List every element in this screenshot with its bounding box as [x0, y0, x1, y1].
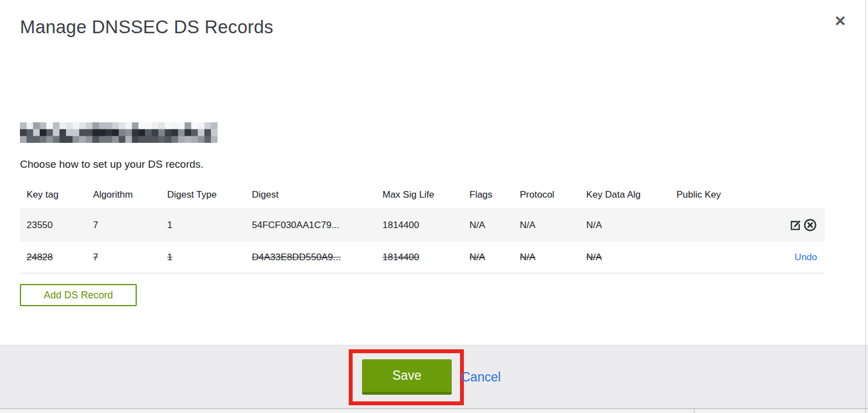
cell-key-tag: 24828 [27, 252, 53, 262]
table-row: 23550 7 1 54FCF030AA1C79... 1814400 N/A … [20, 208, 825, 242]
col-public-key: Public Key [670, 183, 731, 208]
col-digest: Digest [245, 183, 376, 208]
cell-protocol: N/A [520, 252, 535, 262]
col-key-tag: Key tag [20, 183, 86, 208]
col-actions [731, 183, 825, 208]
cell-key-tag: 23550 [27, 220, 53, 230]
cell-flags: N/A [469, 220, 485, 230]
col-protocol: Protocol [513, 183, 580, 208]
cell-digest-type: 1 [167, 252, 172, 262]
col-digest-type: Digest Type [161, 183, 245, 208]
cell-algorithm: 7 [93, 220, 98, 230]
page-title: Manage DNSSEC DS Records [20, 17, 273, 38]
cell-protocol: N/A [520, 220, 535, 230]
modal-right-edge [865, 0, 866, 413]
cell-max-sig-life: 1814400 [383, 252, 419, 262]
col-algorithm: Algorithm [86, 183, 161, 208]
cell-digest: 54FCF030AA1C79... [252, 220, 339, 230]
delete-icon[interactable] [803, 218, 817, 232]
page-below-modal [0, 409, 868, 413]
cell-key-data-alg: N/A [586, 220, 602, 230]
close-icon[interactable]: ✕ [829, 10, 851, 32]
cell-digest: D4A33E8DD550A9... [252, 252, 341, 262]
col-max-sig-life: Max Sig Life [376, 183, 463, 208]
cell-flags: N/A [469, 252, 485, 262]
cell-digest-type: 1 [167, 220, 172, 230]
table-header-row: Key tag Algorithm Digest Type Digest Max… [20, 183, 825, 208]
instruction-text: Choose how to set up your DS records. [20, 158, 204, 171]
undo-link[interactable]: Undo [794, 252, 817, 262]
save-button[interactable]: Save [362, 359, 452, 395]
add-ds-record-button[interactable]: Add DS Record [20, 284, 137, 306]
table-row: 24828 7 1 D4A33E8DD550A9... 1814400 N/A … [20, 242, 825, 273]
ds-records-table: Key tag Algorithm Digest Type Digest Max… [20, 183, 825, 273]
col-flags: Flags [463, 183, 513, 208]
cell-max-sig-life: 1814400 [383, 220, 419, 230]
cell-algorithm: 7 [93, 252, 98, 262]
page-below-divider [694, 409, 695, 413]
cell-key-data-alg: N/A [586, 252, 602, 262]
dnssec-modal: Manage DNSSEC DS Records ✕ Choose how to… [0, 0, 868, 413]
cancel-link[interactable]: Cancel [461, 370, 501, 385]
edit-icon[interactable] [789, 218, 803, 232]
col-key-data-alg: Key Data Alg [580, 183, 670, 208]
redacted-domain-name [20, 122, 218, 143]
